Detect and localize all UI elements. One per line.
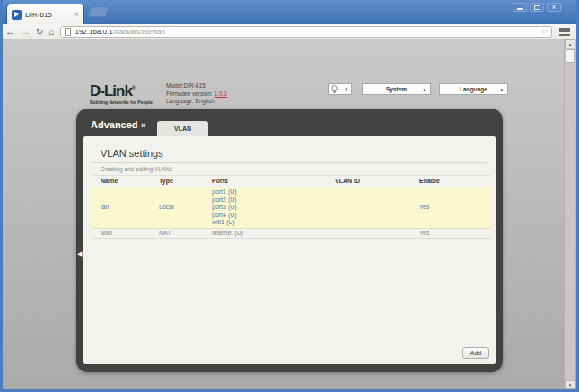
url-host: 192.168.0.1	[75, 28, 112, 36]
port-link[interactable]: port3 (U)	[212, 204, 327, 212]
dlink-logo: D-Link® Building Networks for People	[90, 81, 160, 105]
language-line: Language: English	[166, 98, 227, 106]
cell-enable: Yes	[411, 228, 491, 239]
browser-toolbar: ← → ↻ ⌂ 192.168.0.1/#advanced/vlan ☆	[0, 24, 579, 39]
url-text: 192.168.0.1/#advanced/vlan	[75, 28, 165, 36]
model-line: Model:DIR-615	[166, 83, 227, 91]
cell-ports: internet (U)	[204, 228, 327, 239]
cell-name[interactable]: wan	[92, 228, 151, 239]
cell-type[interactable]: Local	[151, 187, 204, 229]
breadcrumb: Advanced »	[91, 119, 146, 130]
maximize-icon	[534, 5, 540, 10]
minimize-button[interactable]	[513, 3, 527, 12]
col-header-ports: Ports	[204, 176, 327, 187]
cell-type[interactable]: NAT	[151, 228, 204, 239]
refresh-icon[interactable]: ↻	[36, 27, 43, 37]
port-label: internet (U)	[212, 230, 327, 238]
registered-mark: ®	[132, 85, 136, 91]
col-header-type: Type	[151, 176, 204, 187]
collapse-left-icon[interactable]: ◀	[77, 250, 82, 257]
minimize-icon	[517, 8, 523, 10]
new-tab-button[interactable]	[87, 6, 110, 17]
logo-text: D-Link®	[90, 81, 160, 99]
tab-title: DIR-615	[25, 11, 75, 19]
page-icon	[65, 28, 71, 36]
system-menu-label: System	[366, 86, 426, 92]
language-menu-label: Language	[443, 86, 504, 92]
scrollbar-thumb[interactable]	[566, 49, 575, 63]
vlan-table: Name Type Ports VLAN ID Enable lan Local	[92, 175, 491, 239]
col-header-name: Name	[92, 176, 151, 187]
home-icon[interactable]: ⌂	[48, 27, 54, 37]
col-header-enable: Enable	[411, 176, 491, 187]
tab-vlan[interactable]: VLAN	[157, 121, 208, 136]
bookmark-star-icon[interactable]: ☆	[540, 28, 548, 36]
back-icon[interactable]: ←	[5, 27, 15, 37]
page-subtitle: Creating and editing VLANs	[101, 166, 172, 172]
scroll-up-button[interactable]: ▲	[565, 39, 575, 48]
url-path: /#advanced/vlan	[113, 28, 165, 36]
address-bar[interactable]: 192.168.0.1/#advanced/vlan ☆	[60, 26, 552, 38]
cell-enable[interactable]: Yes	[411, 187, 491, 229]
language-menu[interactable]: Language ▼	[439, 83, 508, 95]
close-button[interactable]: ×	[547, 3, 561, 12]
page-title: VLAN settings	[101, 148, 163, 159]
dlink-favicon-icon	[12, 10, 22, 20]
browser-titlebar: DIR-615 × ×	[0, 0, 579, 24]
chevron-down-icon: ▼	[500, 88, 504, 92]
vlan-content: VLAN settings Creating and editing VLANs…	[83, 136, 496, 364]
firmware-line: Firmware version: 1.0.3	[166, 91, 227, 99]
cell-vlan-id	[327, 228, 411, 239]
device-info: Model:DIR-615 Firmware version: 1.0.3 La…	[166, 83, 227, 106]
cell-name[interactable]: lan	[92, 187, 151, 229]
add-button[interactable]: Add	[462, 347, 489, 359]
port-link[interactable]: port4 (U)	[212, 212, 327, 220]
firmware-version[interactable]: 1.0.3	[214, 91, 226, 97]
window-controls: ×	[513, 3, 561, 12]
table-row-wan[interactable]: wan NAT internet (U) Yes	[92, 228, 491, 239]
lightbulb-icon	[331, 85, 338, 94]
port-link[interactable]: port1 (U)	[212, 188, 327, 196]
title-divider	[92, 162, 487, 163]
header-menus: ▼ System ▼ Language ▼	[328, 83, 508, 95]
table-row-lan[interactable]: lan Local port1 (U) port2 (U) port3 (U) …	[92, 187, 491, 229]
settings-panel: Advanced » VLAN ◀ VLAN settings Creating…	[76, 109, 503, 372]
port-link[interactable]: port2 (U)	[212, 196, 327, 205]
port-link[interactable]: wifi1 (U)	[212, 219, 327, 227]
close-icon: ×	[551, 4, 556, 11]
menu-icon	[559, 28, 570, 30]
system-menu[interactable]: System ▼	[362, 83, 431, 95]
col-header-vlan-id: VLAN ID	[327, 176, 411, 187]
chevron-down-icon: ▼	[345, 87, 348, 91]
cell-vlan-id	[327, 187, 411, 229]
tab-close-icon[interactable]: ×	[75, 11, 79, 19]
chevron-down-icon: ▼	[423, 88, 426, 92]
forward-icon[interactable]: →	[21, 27, 31, 37]
scroll-down-button[interactable]: ▼	[565, 380, 575, 389]
header-divider	[162, 83, 162, 106]
page-viewport: D-Link® Building Networks for People Mod…	[0, 39, 579, 389]
logo-tagline: Building Networks for People	[90, 100, 160, 105]
cell-ports: port1 (U) port2 (U) port3 (U) port4 (U) …	[204, 187, 327, 229]
chrome-menu-button[interactable]	[557, 26, 572, 38]
browser-window: DIR-615 × × ← → ↻ ⌂ 192.168.0.1/#advance…	[0, 0, 579, 392]
browser-tab[interactable]: DIR-615 ×	[6, 4, 84, 24]
table-header-row: Name Type Ports VLAN ID Enable	[92, 176, 491, 187]
page-scrollbar[interactable]: ▲ ▼	[564, 39, 575, 389]
maximize-button[interactable]	[530, 3, 544, 12]
hints-dropdown[interactable]: ▼	[328, 83, 352, 95]
